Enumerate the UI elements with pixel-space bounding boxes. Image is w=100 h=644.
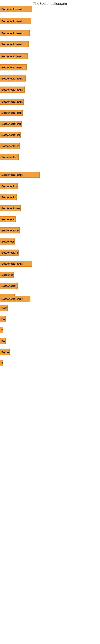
- bottleneck-bar: Bottleneck result: [0, 216, 16, 222]
- bottleneck-bar: Bottleneck result: [0, 86, 25, 92]
- bottleneck-bar: Bottleneck result: [0, 30, 30, 36]
- bottleneck-bar: Bottleneck result: [0, 228, 20, 234]
- bottleneck-bar: Bottleneck result: [0, 53, 28, 59]
- bottleneck-bar: Bottleneck result: [0, 250, 19, 256]
- bottleneck-bar: Bottleneck result: [0, 183, 18, 189]
- site-title: TheBottlenecker.com: [0, 0, 100, 7]
- bottleneck-bar: B: [0, 327, 3, 333]
- bottleneck-bar: Bottleneck result: [0, 132, 21, 138]
- bottleneck-bar: Bottleneck result: [0, 64, 27, 70]
- bottleneck-bar: Bottleneck result: [0, 98, 24, 105]
- bottleneck-bar: Bottleneck result: [0, 260, 32, 267]
- bottleneck-bar: Bottleneck: [0, 272, 14, 278]
- bottleneck-bar: Bottleneck result: [0, 76, 26, 82]
- bottleneck-bar: Bottleneck result: [0, 238, 15, 244]
- bottleneck-bar: Bottleneck result: [0, 121, 22, 127]
- bottleneck-bar: Bottleneck result: [0, 6, 32, 12]
- bottleneck-bar: Bo: [0, 338, 6, 344]
- bottleneck-bar: Bottleneck result: [0, 110, 23, 116]
- bottleneck-bar: Bottleneck result: [0, 41, 29, 47]
- bottleneck-bar: Bottleneck result: [0, 205, 21, 211]
- bottleneck-bar: Bo: [0, 316, 6, 322]
- bottleneck-bar: B: [0, 360, 3, 366]
- bottleneck-bar: Bottleneck result: [0, 194, 17, 200]
- bottleneck-bar: Bottle: [0, 349, 10, 355]
- bottleneck-bar: Bott: [0, 305, 8, 311]
- bottleneck-bar: Bottleneck result: [0, 154, 19, 160]
- bottleneck-bar: Bottleneck result: [0, 143, 20, 149]
- bottleneck-bar: Bottleneck result: [0, 18, 31, 24]
- bottleneck-bar: Bottleneck re: [0, 283, 18, 289]
- bottleneck-bar: Bottleneck result: [0, 296, 30, 302]
- bottleneck-bar: Bottleneck result: [0, 172, 40, 178]
